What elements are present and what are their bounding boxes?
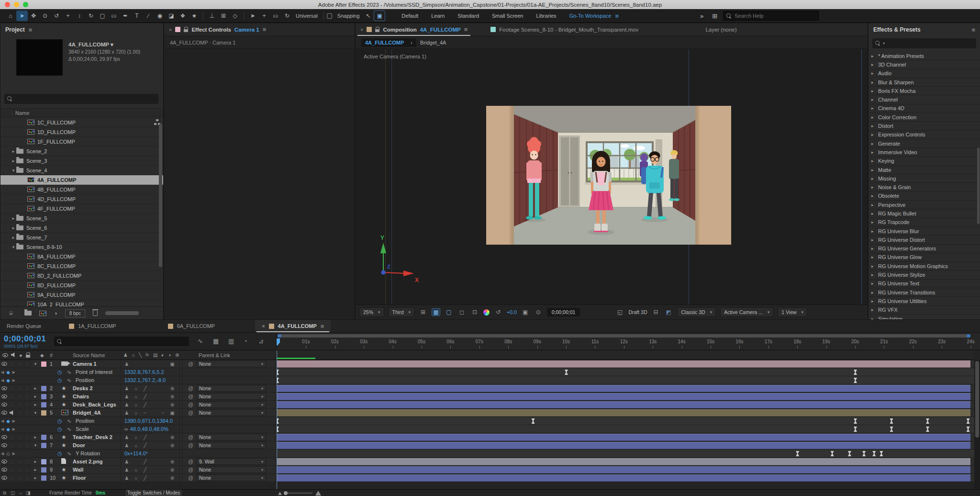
- switch-quality-icon[interactable]: ╱: [142, 402, 148, 407]
- label-color-chip[interactable]: [41, 386, 46, 391]
- breadcrumb-comp[interactable]: 4A_FULLCOMP ‹: [361, 38, 416, 47]
- expand-layer-switches-icon[interactable]: ⧉: [3, 490, 6, 496]
- effects-category[interactable]: ▸Immersive Video: [869, 148, 980, 157]
- project-item[interactable]: 4B_FULLCOMP: [0, 185, 163, 194]
- switch-anchor-icon[interactable]: ♟: [123, 386, 130, 391]
- effects-category[interactable]: ▸RG Universe Distort: [869, 236, 980, 244]
- property-row[interactable]: ◀◆▶◷∿Position1380.0,871.0,1384.0: [0, 417, 276, 425]
- switch-cube-icon[interactable]: ⊕: [169, 402, 176, 407]
- solo-toggle[interactable]: [16, 410, 23, 416]
- timeline-search-box[interactable]: [54, 337, 189, 346]
- layer-duration-bar[interactable]: [277, 434, 970, 441]
- parent-pickwhip-icon[interactable]: @: [188, 459, 193, 464]
- layer-name[interactable]: Asset 2.png: [73, 459, 102, 464]
- collapse-column-icon[interactable]: ☼: [131, 352, 135, 358]
- graph-icon[interactable]: ∿: [67, 369, 71, 375]
- playhead-line[interactable]: [277, 350, 277, 489]
- effects-category[interactable]: ▸RG Universe Motion Graphics: [869, 262, 980, 271]
- switch-dash-icon[interactable]: −: [160, 410, 167, 416]
- chevron-right-icon[interactable]: ▸: [33, 467, 38, 472]
- switch-quality-icon[interactable]: ╱: [142, 435, 148, 440]
- breadcrumb-layer[interactable]: Bridget_4A: [420, 40, 446, 45]
- audio-toggle[interactable]: [9, 402, 15, 408]
- parent-pickwhip-icon[interactable]: @: [188, 467, 193, 473]
- layer-name[interactable]: Door: [73, 442, 85, 448]
- orbit-camera-tool-icon[interactable]: ↺: [51, 11, 62, 21]
- effects-category[interactable]: ▸Boris FX Mocha: [869, 87, 980, 95]
- chevron-right-icon[interactable]: ▸: [11, 225, 16, 230]
- solo-toggle[interactable]: [16, 442, 23, 449]
- property-value[interactable]: 1332.8,767.6,5.2: [124, 369, 164, 375]
- label-color-chip[interactable]: [41, 361, 46, 367]
- adjustment-column-icon[interactable]: ◑: [168, 352, 171, 358]
- layer-duration-bar[interactable]: [277, 442, 970, 449]
- effects-category[interactable]: ▸RG Universe Stylize: [869, 271, 980, 279]
- draft-3d-icon[interactable]: ◱: [615, 309, 624, 316]
- effects-category[interactable]: ▸Perspective: [869, 201, 980, 209]
- layer-duration-bar[interactable]: [277, 458, 970, 465]
- workspace-default[interactable]: Default: [401, 13, 418, 19]
- keyframe[interactable]: [854, 418, 857, 424]
- dolly-camera-tool-icon[interactable]: ↕: [74, 11, 85, 21]
- project-panel-menu-icon[interactable]: ≡: [29, 26, 33, 34]
- chevron-right-icon[interactable]: ▸: [33, 402, 38, 407]
- effects-category[interactable]: ▸* Animation Presets: [869, 52, 980, 60]
- expand-inout-icon[interactable]: ⇔: [18, 490, 23, 496]
- keyframe[interactable]: [532, 418, 535, 424]
- chevron-right-icon[interactable]: ▸: [871, 132, 876, 137]
- video-toggle[interactable]: [1, 459, 8, 465]
- mask-visibility-icon[interactable]: ◻: [457, 309, 466, 316]
- layer-track[interactable]: [277, 393, 974, 401]
- switch-box-icon[interactable]: ▣: [169, 361, 176, 367]
- switch-cube-icon[interactable]: ⊕: [169, 443, 176, 448]
- parent-dropdown[interactable]: None▾: [196, 442, 266, 449]
- effects-category[interactable]: ▸Blur & Sharpen: [869, 78, 980, 87]
- layer-track[interactable]: [277, 458, 974, 466]
- workspace-switcher-icon[interactable]: ⊞: [712, 12, 717, 20]
- video-toggle[interactable]: [1, 361, 8, 367]
- keyframe[interactable]: [890, 427, 893, 432]
- switch-collapse-icon[interactable]: ☼: [133, 443, 139, 448]
- project-search-box[interactable]: [4, 94, 158, 104]
- property-row[interactable]: ◀◇▶◷∿Y Rotation0x+114.0°: [0, 450, 276, 458]
- label-color-chip[interactable]: [41, 467, 46, 473]
- chevron-right-icon[interactable]: ▸: [871, 141, 876, 146]
- switch-cube-icon[interactable]: ⊕: [169, 435, 176, 440]
- effects-category[interactable]: ▸RG Universe Generators: [869, 245, 980, 253]
- workspace-standard[interactable]: Standard: [457, 13, 479, 19]
- preview-comp-name[interactable]: 4A_FULLCOMP ▾: [68, 41, 140, 48]
- video-toggle[interactable]: [1, 410, 8, 416]
- chevron-right-icon[interactable]: ▸: [33, 386, 38, 391]
- chevron-right-icon[interactable]: ▸: [871, 97, 876, 102]
- solo-toggle[interactable]: [16, 475, 23, 481]
- audio-toggle[interactable]: [9, 442, 15, 449]
- property-name[interactable]: Point of Interest: [76, 369, 112, 375]
- parent-dropdown[interactable]: None▾: [196, 393, 266, 400]
- take-snapshot-icon[interactable]: ▣: [521, 309, 530, 316]
- lock-toggle[interactable]: [24, 442, 31, 449]
- effects-category[interactable]: ▸RG VFX: [869, 306, 980, 315]
- switch-dash-icon[interactable]: −: [142, 410, 148, 416]
- motion-blur-icon[interactable]: ◔: [244, 338, 247, 345]
- solo-toggle[interactable]: [16, 394, 23, 400]
- switch-anchor-icon[interactable]: ♟: [123, 467, 130, 473]
- lock-icon[interactable]: [375, 27, 379, 32]
- chevron-right-icon[interactable]: ▸: [871, 220, 876, 225]
- keyframe[interactable]: [926, 427, 929, 432]
- layer-name[interactable]: Bridget_4A: [73, 410, 101, 416]
- switch-quality-icon[interactable]: ╱: [142, 459, 148, 464]
- zoom-out-icon[interactable]: [278, 492, 282, 495]
- property-value-text[interactable]: 1332.8,767.6,5.2: [124, 369, 164, 375]
- selection-tool-icon[interactable]: ➤: [16, 11, 28, 21]
- previous-keyframe-icon[interactable]: ◀: [1, 427, 4, 431]
- chevron-right-icon[interactable]: ▸: [871, 272, 876, 277]
- bit-depth-button[interactable]: 8 bpc: [65, 309, 85, 317]
- keyframe-navigator[interactable]: ◀◆▶: [1, 370, 15, 375]
- label-color-chip[interactable]: [41, 435, 46, 440]
- property-value-text[interactable]: 1332.1,767.2,-8.0: [124, 377, 166, 383]
- parent-dropdown[interactable]: None▾: [196, 409, 266, 416]
- lock-column-icon[interactable]: [26, 352, 30, 358]
- project-item[interactable]: ▸Scene_7: [0, 233, 163, 242]
- help-search-box[interactable]: [723, 11, 819, 21]
- timeline-tab-4a_fullcomp[interactable]: ×4A_FULLCOMP≡: [255, 320, 331, 332]
